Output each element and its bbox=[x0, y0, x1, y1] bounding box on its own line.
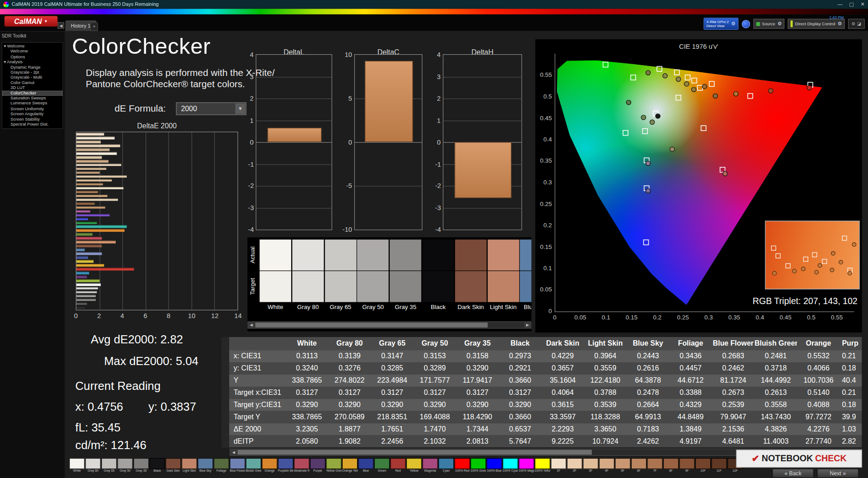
delta-bar bbox=[365, 61, 413, 142]
axis-tick-label: 0 bbox=[547, 314, 562, 320]
swatch-label: Black bbox=[422, 304, 454, 310]
strip-patch-1f[interactable]: 1F bbox=[551, 458, 566, 473]
strip-patch-100-green[interactable]: 100% Green bbox=[471, 458, 486, 473]
strip-patch-blue[interactable]: Blue bbox=[358, 458, 373, 473]
strip-patch-white[interactable]: White bbox=[69, 458, 85, 473]
deltaE-bar bbox=[76, 229, 125, 232]
strip-patch-magenta[interactable]: Magenta bbox=[422, 458, 438, 473]
strip-patch-100-red[interactable]: 100% Red bbox=[454, 458, 470, 473]
strip-patch-100-yellow[interactable]: 100% Yellow bbox=[535, 458, 550, 473]
strip-patch-8f[interactable]: 8F bbox=[663, 458, 679, 473]
patch-label: Light Skin bbox=[182, 469, 197, 473]
display-control-dropdown[interactable]: Direct Display Control ⚙ bbox=[788, 19, 845, 29]
strip-patch-foliage[interactable]: Foliage bbox=[214, 458, 229, 473]
de-formula-select[interactable]: 2000 ▼ bbox=[176, 103, 246, 115]
sidebar-item-welcome[interactable]: ▾ Welcome bbox=[2, 44, 62, 49]
sidebar-item-screen-uniformity[interactable]: Screen Uniformity bbox=[2, 106, 62, 112]
table-gutter bbox=[222, 411, 229, 423]
next-button[interactable]: Next » bbox=[817, 469, 859, 478]
sidebar-item-luminance-sweeps[interactable]: Luminance Sweeps bbox=[2, 101, 62, 106]
strip-patch-6f[interactable]: 6F bbox=[631, 458, 646, 473]
strip-patch-green[interactable]: Green bbox=[374, 458, 390, 473]
axis-tick-label: -1 bbox=[435, 161, 440, 168]
strip-patch-purplish-blue[interactable]: Purplish Blue bbox=[278, 458, 293, 473]
close-button[interactable]: ✕ bbox=[860, 2, 864, 7]
patch-color bbox=[519, 458, 534, 469]
patch-color bbox=[439, 458, 454, 469]
strip-patch-yellow-green[interactable]: Yellow Green bbox=[326, 458, 341, 473]
strip-patch-cyan[interactable]: Cyan bbox=[439, 458, 454, 473]
strip-patch-orange-yellow[interactable]: Orange Yellow bbox=[342, 458, 358, 473]
strip-patch-100-magenta[interactable]: 100% Magenta bbox=[519, 458, 534, 473]
strip-patch-10f[interactable]: 10F bbox=[695, 458, 711, 473]
sidebar-item-saturation-sweeps[interactable]: Saturation Sweeps bbox=[2, 96, 62, 101]
sidebar-item-spectral-power-dist[interactable]: Spectral Power Dist. bbox=[2, 122, 62, 127]
calman-menu-button[interactable]: CalMAN ▼ bbox=[5, 16, 58, 27]
gear-icon[interactable]: ⚙ bbox=[778, 21, 782, 27]
sidebar-item-analysis[interactable]: ▾ Analysis bbox=[2, 59, 62, 65]
patch-color bbox=[69, 458, 85, 469]
sidebar-item-dynamic-range[interactable]: Dynamic Range bbox=[2, 65, 62, 70]
patch-color bbox=[310, 458, 326, 469]
table-cell: 0.3276 bbox=[328, 362, 371, 375]
gear-icon[interactable]: ⚙ bbox=[838, 21, 842, 27]
actual-swatch-blue-sky bbox=[520, 239, 531, 271]
strip-patch-gray-35[interactable]: Gray 35 bbox=[133, 458, 149, 473]
maximize-button[interactable]: ▢ bbox=[849, 2, 854, 7]
strip-patch-blue-flower[interactable]: Blue Flower bbox=[230, 458, 245, 473]
strip-patch-dark-skin[interactable]: Dark Skin bbox=[165, 458, 181, 473]
back-button[interactable]: « Back bbox=[772, 469, 814, 478]
strip-patch-3f[interactable]: 3F bbox=[583, 458, 598, 473]
strip-patch-2f[interactable]: 2F bbox=[567, 458, 582, 473]
sidebar-item-3d-lut[interactable]: 3D LUT bbox=[2, 85, 62, 91]
gear-icon[interactable]: ⚙ bbox=[851, 21, 855, 26]
patch-label: Purplish Blue bbox=[278, 469, 293, 473]
strip-patch-moderate-red[interactable]: Moderate Red bbox=[294, 458, 309, 473]
strip-patch-5f[interactable]: 5F bbox=[615, 458, 630, 473]
axis-tick-label: 0.55 bbox=[829, 314, 844, 320]
table-cell: 0.2481 bbox=[755, 350, 797, 362]
strip-patch-4f[interactable]: 4F bbox=[599, 458, 614, 473]
sidebar-item-colorchecker[interactable]: ColorChecker bbox=[2, 90, 62, 96]
scroll-right-icon[interactable]: ▶ bbox=[524, 322, 531, 328]
strip-patch-11f[interactable]: 11F bbox=[711, 458, 726, 473]
strip-patch-gray-65[interactable]: Gray 65 bbox=[101, 458, 117, 473]
sidebar-item-grayscale-multi[interactable]: Grayscale - Multi bbox=[2, 75, 62, 80]
inset-target-point bbox=[812, 252, 817, 257]
add-tab-button[interactable]: + bbox=[90, 22, 98, 31]
strip-patch-7f[interactable]: 7F bbox=[647, 458, 662, 473]
strip-patch-9f[interactable]: 9F bbox=[679, 458, 694, 473]
sidebar-item-welcome[interactable]: Welcome bbox=[2, 49, 62, 54]
strip-patch-black[interactable]: Black bbox=[150, 458, 165, 473]
scroll-left-icon[interactable]: ◀ bbox=[230, 449, 237, 455]
scroll-left-icon[interactable]: ◀ bbox=[248, 322, 255, 328]
minimize-button[interactable]: — bbox=[838, 2, 843, 7]
sidebar-item-screen-stability[interactable]: Screen Stability bbox=[2, 117, 62, 122]
sidebar-item-options[interactable]: Options bbox=[2, 54, 62, 60]
sidebar-item-color-gamut[interactable]: Color Gamut bbox=[2, 80, 62, 85]
row-label: y: CIE31 bbox=[229, 362, 286, 375]
settings-panel[interactable]: ⚙ ◪ bbox=[848, 19, 865, 29]
strip-patch-light-skin[interactable]: Light Skin bbox=[182, 458, 197, 473]
strip-patch-orange[interactable]: Orange bbox=[262, 458, 277, 473]
strip-patch-red[interactable]: Red bbox=[390, 458, 406, 473]
sidebar-item-screen-angularity[interactable]: Screen Angularity bbox=[2, 111, 62, 117]
strip-patch-yellow[interactable]: Yellow bbox=[406, 458, 422, 473]
gear-icon[interactable]: ⚙ bbox=[731, 21, 736, 27]
pin-icon[interactable]: ◪ bbox=[857, 21, 861, 26]
strip-patch-blue-sky[interactable]: Blue Sky bbox=[198, 458, 213, 473]
actual-swatch-gray-35 bbox=[390, 239, 421, 271]
scrollbar-thumb[interactable] bbox=[255, 323, 487, 328]
strip-patch-100-cyan[interactable]: 100% Cyan bbox=[503, 458, 518, 473]
strip-patch-purple[interactable]: Purple bbox=[310, 458, 326, 473]
strip-patch-gray-50[interactable]: Gray 50 bbox=[118, 458, 133, 473]
sidebar-item-grayscale-2pt[interactable]: Grayscale - 2pt bbox=[2, 70, 62, 75]
strip-patch-100-blue[interactable]: 100% Blue bbox=[486, 458, 502, 473]
sidebar-collapse-button[interactable]: ◀ bbox=[57, 22, 64, 29]
swatch-scrollbar[interactable]: ◀ ▶ bbox=[247, 321, 531, 328]
meter-dropdown[interactable]: X-Rite i1Pro 2 Direct View ⚙ bbox=[703, 18, 738, 30]
source-dropdown[interactable]: Source ⚙ bbox=[753, 19, 785, 29]
strip-patch-gray-80[interactable]: Gray 80 bbox=[85, 458, 101, 473]
scrollbar-thumb[interactable] bbox=[237, 450, 592, 455]
strip-patch-bluish-green[interactable]: Bluish Green bbox=[246, 458, 261, 473]
